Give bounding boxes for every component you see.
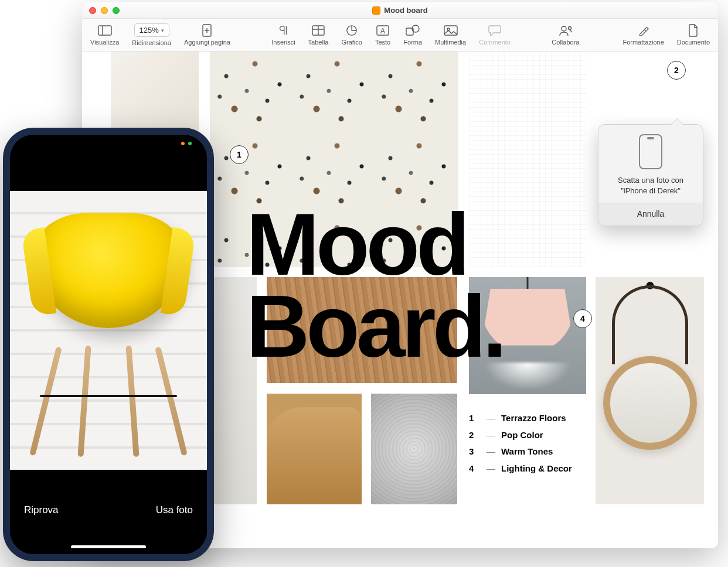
legend-row: 4 — Lighting & Decor (469, 460, 572, 477)
callout-4-num: 4 (580, 314, 585, 323)
zoom-button[interactable]: 125% ▾ Ridimensiona (132, 23, 171, 46)
continuity-camera-popover: Scatta una foto con "iPhone di Derek" An… (598, 124, 703, 226)
insert-label: Inserisci (271, 39, 295, 46)
chart-button[interactable]: Grafico (341, 25, 362, 46)
table-icon (311, 25, 325, 36)
use-photo-button[interactable]: Usa foto (156, 504, 193, 516)
legend-dash: — (487, 427, 495, 444)
zoom-value-chip: 125% ▾ (134, 23, 169, 37)
image-sofa[interactable] (267, 394, 362, 504)
image-fur[interactable] (371, 394, 457, 504)
legend-row: 3 — Warm Tones (469, 443, 572, 460)
chair (31, 213, 186, 336)
collaborate-label: Collabora (552, 39, 579, 46)
media-label: Multimedia (435, 39, 466, 46)
shape-button[interactable]: Forma (403, 25, 422, 46)
mirror-face (603, 356, 697, 450)
view-button[interactable]: Visualizza (90, 25, 119, 46)
legend-num: 3 (469, 443, 481, 460)
popover-cancel-button[interactable]: Annulla (598, 203, 703, 226)
retake-button[interactable]: Riprova (24, 504, 59, 516)
legend-dash: — (487, 410, 495, 427)
svg-text:A: A (380, 27, 385, 35)
media-button[interactable]: Multimedia (435, 25, 466, 46)
svg-point-16 (568, 26, 571, 29)
mic-indicator-icon (181, 142, 185, 145)
add-page-icon (200, 25, 214, 36)
format-button[interactable]: Formattazione (622, 25, 664, 46)
legend-num: 2 (469, 427, 481, 444)
shape-icon (406, 25, 420, 36)
callout-4[interactable]: 4 (573, 309, 592, 328)
format-icon (637, 25, 651, 36)
comment-label: Commento (479, 39, 511, 46)
popover-line2: "iPhone di Derek" (621, 186, 681, 195)
pilcrow-icon (276, 25, 290, 36)
legend-row: 2 — Pop Color (469, 427, 572, 444)
iphone-device: Riprova Usa foto (3, 128, 214, 561)
comment-button: Commento (479, 25, 511, 46)
legend-text: Pop Color (501, 427, 543, 444)
text-button[interactable]: A Testo (375, 25, 390, 46)
callout-2-num: 2 (674, 66, 679, 75)
format-label: Formattazione (622, 39, 664, 46)
table-label: Tabella (308, 39, 329, 46)
media-icon (444, 25, 458, 36)
camera-bottom-bar: Riprova Usa foto (10, 484, 207, 554)
iphone-screen: Riprova Usa foto (10, 135, 207, 554)
legend-text: Terrazzo Floors (501, 410, 566, 427)
legend-text: Warm Tones (501, 443, 553, 460)
add-page-label: Aggiungi pagina (184, 39, 230, 46)
window-title: Mood board (82, 6, 718, 15)
legend-dash: — (487, 460, 495, 477)
table-button[interactable]: Tabella (308, 25, 329, 46)
legend[interactable]: 1 — Terrazzo Floors 2 — Pop Color 3 — Wa… (469, 410, 572, 477)
legend-row: 1 — Terrazzo Floors (469, 410, 572, 427)
callout-1[interactable]: 1 (230, 145, 249, 164)
text-icon: A (376, 25, 390, 36)
legend-num: 4 (469, 460, 481, 477)
window-title-text: Mood board (384, 6, 427, 15)
insert-button[interactable]: Inserisci (271, 25, 295, 46)
document-icon (686, 25, 700, 36)
collaborate-icon (559, 25, 573, 36)
chevron-down-icon: ▾ (161, 28, 164, 33)
text-label: Testo (375, 39, 390, 46)
shape-label: Forma (403, 39, 422, 46)
headline-text[interactable]: Mood Board. (246, 204, 504, 367)
camera-indicator-icon (188, 142, 192, 145)
chair-seat (34, 213, 183, 328)
document-label: Documento (677, 39, 710, 46)
callout-2[interactable]: 2 (667, 61, 686, 80)
comment-icon (488, 25, 502, 36)
popover-cancel-label: Annulla (637, 209, 665, 218)
view-label: Visualizza (90, 39, 119, 46)
mirror-strap (612, 285, 688, 364)
camera-preview[interactable] (10, 191, 207, 470)
iphone-notch (64, 135, 152, 152)
add-page-button[interactable]: Aggiungi pagina (184, 25, 230, 46)
svg-rect-13 (444, 26, 457, 35)
svg-rect-0 (98, 26, 111, 35)
toolbar: Visualizza 125% ▾ Ridimensiona Aggiungi … (82, 19, 718, 52)
headline-line2: Board. (246, 277, 504, 375)
svg-point-15 (562, 26, 566, 31)
chair-legs (36, 346, 181, 459)
chart-label: Grafico (341, 39, 362, 46)
popover-line1: Scatta una foto con (618, 176, 683, 185)
zoom-value: 125% (140, 26, 159, 35)
document-button[interactable]: Documento (677, 25, 710, 46)
document-icon (372, 6, 380, 15)
legend-num: 1 (469, 410, 481, 427)
home-indicator[interactable] (71, 545, 146, 548)
status-indicators (181, 142, 192, 145)
collaborate-button[interactable]: Collabora (552, 25, 579, 46)
phone-outline-icon (639, 134, 662, 169)
titlebar: Mood board (82, 2, 718, 19)
legend-text: Lighting & Decor (501, 460, 572, 477)
chart-icon (345, 25, 359, 36)
legend-dash: — (487, 443, 495, 460)
sidebar-icon (98, 25, 112, 36)
callout-1-num: 1 (237, 150, 241, 159)
image-mirror[interactable] (596, 277, 704, 504)
